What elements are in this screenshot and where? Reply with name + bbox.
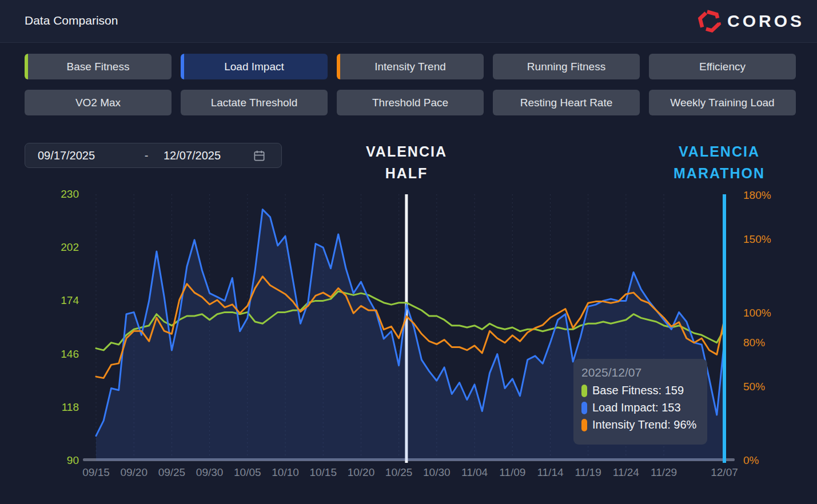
tooltip-row-base-fitness: Base Fitness: 159 — [581, 384, 699, 397]
tooltip-series-pill — [581, 419, 587, 431]
tooltip-row-intensity-trend: Intensity Trend: 96% — [581, 418, 699, 431]
tooltip-rows: Base Fitness: 159Load Impact: 153Intensi… — [581, 384, 699, 431]
tooltip-series-pill — [581, 402, 587, 414]
tooltip-row-text: Load Impact: 153 — [592, 401, 681, 414]
chart-tooltip: 2025/12/07 Base Fitness: 159Load Impact:… — [573, 359, 707, 445]
tooltip-series-pill — [581, 385, 587, 397]
tooltip-row-load-impact: Load Impact: 153 — [581, 401, 699, 414]
tooltip-row-text: Intensity Trend: 96% — [592, 418, 696, 431]
tooltip-date: 2025/12/07 — [581, 366, 699, 379]
tooltip-row-text: Base Fitness: 159 — [592, 384, 684, 397]
data-comparison-page: Data Comparison COROS Base FitnessLoad I… — [0, 0, 817, 504]
